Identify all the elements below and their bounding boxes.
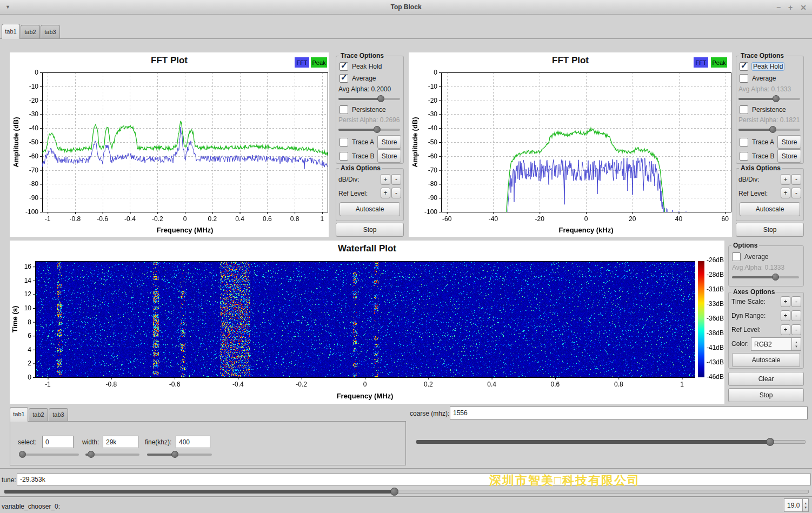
tab-top-2[interactable]: tab2 xyxy=(21,25,40,39)
average-checkbox-row[interactable]: Average xyxy=(732,252,768,261)
trace-a-checkbox[interactable] xyxy=(340,138,348,146)
fft-left-legend-fft-button[interactable]: FFT xyxy=(295,57,309,68)
stop-button[interactable]: Stop xyxy=(728,388,804,402)
db-div-plus-button[interactable]: + xyxy=(781,174,790,185)
coarse-label: coarse (mhz): xyxy=(410,410,449,417)
db-div-minus-button[interactable]: - xyxy=(391,174,401,185)
trace-a-checkbox-row[interactable]: Trace A xyxy=(740,138,774,146)
autoscale-button[interactable]: Autoscale xyxy=(340,202,400,216)
peak-hold-checkbox[interactable] xyxy=(340,62,348,71)
average-checkbox[interactable] xyxy=(732,252,741,261)
trace-b-checkbox-row[interactable]: Trace B xyxy=(740,152,775,161)
spinbox-arrows-icon[interactable]: ▲▼ xyxy=(802,499,808,511)
maximize-button[interactable]: + xyxy=(788,3,793,12)
average-label: Average xyxy=(752,75,776,82)
persist-alpha-slider[interactable] xyxy=(738,126,800,133)
ref-level-minus-button[interactable]: - xyxy=(391,188,401,198)
select-slider[interactable] xyxy=(19,451,79,458)
tune-slider[interactable] xyxy=(4,488,809,496)
trace-options-panel-left: Trace Options Peak Hold Average Avg Alph… xyxy=(335,52,404,237)
trace-a-checkbox-row[interactable]: Trace A xyxy=(340,138,374,146)
fft-right-canvas[interactable] xyxy=(409,68,732,237)
trace-b-checkbox-row[interactable]: Trace B xyxy=(340,152,375,161)
fine-input[interactable]: 400 xyxy=(176,436,210,448)
peak-hold-checkbox-row[interactable]: Peak Hold xyxy=(740,62,784,71)
peak-hold-checkbox[interactable] xyxy=(740,62,748,71)
coarse-input[interactable]: 1556 xyxy=(450,407,808,419)
avg-alpha-slider[interactable] xyxy=(732,274,799,281)
dyn-range-label: Dyn Range: xyxy=(731,312,766,319)
trace-b-store-button[interactable]: Store xyxy=(377,149,401,163)
tab-top-3[interactable]: tab3 xyxy=(41,25,60,39)
close-button[interactable]: ✕ xyxy=(800,3,807,12)
trace-a-label: Trace A xyxy=(352,138,374,146)
title-bar: ▼ Top Block − + ✕ xyxy=(0,0,812,15)
colorbar-label: -41dB xyxy=(707,344,724,351)
stop-button[interactable]: Stop xyxy=(736,223,804,237)
color-label: Color: xyxy=(731,340,749,348)
fft-right-legend-fft-button[interactable]: FFT xyxy=(694,57,708,68)
coarse-slider[interactable] xyxy=(416,438,806,446)
variable-chooser-spinbox[interactable]: 19.0 ▲▼ xyxy=(784,498,809,512)
average-checkbox-row[interactable]: Average xyxy=(340,74,376,83)
avg-alpha-slider[interactable] xyxy=(738,95,800,102)
fine-slider[interactable] xyxy=(147,451,212,458)
average-checkbox-row[interactable]: Average xyxy=(740,74,776,83)
persistence-checkbox-row[interactable]: Persistence xyxy=(740,105,786,114)
fft-left-canvas[interactable] xyxy=(10,68,329,237)
width-input[interactable]: 29k xyxy=(103,436,138,448)
peak-hold-checkbox-row[interactable]: Peak Hold xyxy=(340,62,382,71)
db-div-plus-button[interactable]: + xyxy=(381,174,390,185)
autoscale-button[interactable]: Autoscale xyxy=(740,202,800,216)
persist-alpha-slider[interactable] xyxy=(338,126,400,133)
tune-label: tune: xyxy=(2,476,16,484)
trace-b-checkbox[interactable] xyxy=(740,152,748,161)
tab-top-1[interactable]: tab1 xyxy=(2,24,20,39)
waterfall-canvas[interactable] xyxy=(10,256,724,404)
persistence-checkbox[interactable] xyxy=(340,105,348,114)
trace-a-store-button[interactable]: Store xyxy=(377,135,401,149)
tab-bottom-3[interactable]: tab3 xyxy=(49,408,68,422)
fft-right-title: FFT Plot xyxy=(409,55,732,66)
persistence-checkbox-row[interactable]: Persistence xyxy=(340,105,386,114)
color-spinbox[interactable]: RGB2 ▲▼ xyxy=(751,337,801,351)
fft-right-legend-peak-button[interactable]: Peak xyxy=(711,57,727,68)
colorbar-label: -43dB xyxy=(707,358,724,366)
dyn-range-plus-button[interactable]: + xyxy=(781,310,790,321)
tab-bottom-1[interactable]: tab1 xyxy=(10,407,28,422)
ref-level-plus-button[interactable]: + xyxy=(381,188,390,198)
ref-level-minus-button[interactable]: - xyxy=(791,324,801,335)
clear-button[interactable]: Clear xyxy=(728,372,804,386)
ref-level-minus-button[interactable]: - xyxy=(791,188,801,198)
trace-a-store-button[interactable]: Store xyxy=(777,135,801,149)
average-label: Average xyxy=(744,253,768,261)
options-group-title: Options xyxy=(731,242,759,249)
avg-alpha-slider[interactable] xyxy=(338,95,400,102)
spinbox-arrows-icon[interactable]: ▲▼ xyxy=(791,338,801,350)
avg-alpha-label: Avg Alpha: 0.2000 xyxy=(338,85,391,93)
persistence-checkbox[interactable] xyxy=(740,105,748,114)
average-checkbox[interactable] xyxy=(340,74,348,83)
dyn-range-minus-button[interactable]: - xyxy=(791,310,801,321)
average-checkbox[interactable] xyxy=(740,74,748,83)
db-div-minus-button[interactable]: - xyxy=(791,174,801,185)
select-input[interactable]: 0 xyxy=(42,436,74,448)
tune-input[interactable]: -29.353k xyxy=(17,474,811,485)
autoscale-button[interactable]: Autoscale xyxy=(732,353,800,367)
trace-b-checkbox[interactable] xyxy=(340,152,348,161)
fft-left-legend-peak-button[interactable]: Peak xyxy=(311,57,327,68)
ref-level-plus-button[interactable]: + xyxy=(781,188,790,198)
ref-level-plus-button[interactable]: + xyxy=(781,324,790,335)
tab-bottom-2[interactable]: tab2 xyxy=(29,408,48,422)
trace-a-checkbox[interactable] xyxy=(740,138,748,146)
persistence-label: Persistence xyxy=(752,106,786,114)
width-slider[interactable] xyxy=(85,451,139,458)
colorbar-label: -33dB xyxy=(707,300,724,308)
time-scale-plus-button[interactable]: + xyxy=(781,296,790,307)
fft-plot-right: FFT Plot FFT Peak xyxy=(409,52,732,237)
time-scale-minus-button[interactable]: - xyxy=(791,296,801,307)
minimize-button[interactable]: − xyxy=(776,3,781,12)
stop-button[interactable]: Stop xyxy=(336,223,404,237)
trace-b-store-button[interactable]: Store xyxy=(777,149,801,163)
colorbar-label: -38dB xyxy=(707,329,724,337)
